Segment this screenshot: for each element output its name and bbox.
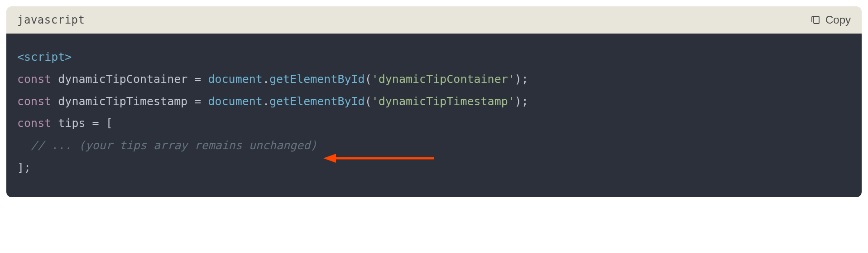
- token-object: document: [201, 73, 262, 86]
- token-identifier: dynamicTipContainer: [51, 73, 194, 86]
- token-method: getElementById: [269, 95, 365, 108]
- token-bracket: ];: [17, 161, 31, 174]
- token-comment: // ... (your tips array remains unchange…: [17, 139, 317, 152]
- code-line-2: const dynamicTipContainer = document.get…: [17, 68, 851, 91]
- token-punct: ;: [522, 73, 528, 86]
- copy-button[interactable]: Copy: [810, 14, 851, 26]
- token-identifier: dynamicTipTimestamp: [51, 95, 194, 108]
- code-block: javascript Copy <script> const dynamicTi…: [6, 6, 862, 197]
- token-punct: (: [365, 95, 372, 108]
- code-body: <script> const dynamicTipContainer = doc…: [6, 34, 862, 197]
- copy-button-label: Copy: [825, 14, 851, 26]
- token-keyword: const: [17, 117, 51, 130]
- token-keyword: const: [17, 95, 51, 108]
- token-punct: ): [515, 73, 522, 86]
- token-punct: ): [515, 95, 522, 108]
- code-line-3: const dynamicTipTimestamp = document.get…: [17, 91, 851, 113]
- code-line-1: <script>: [17, 46, 851, 68]
- token-keyword: const: [17, 73, 51, 86]
- arrow-left-icon: [323, 151, 436, 165]
- token-identifier: tips: [51, 117, 92, 130]
- token-string: 'dynamicTipContainer': [372, 73, 515, 86]
- token-object: document: [201, 95, 262, 108]
- token-operator: =: [194, 95, 201, 108]
- svg-rect-0: [814, 16, 819, 24]
- clipboard-icon: [810, 15, 821, 25]
- token-method: getElementById: [269, 73, 365, 86]
- svg-marker-2: [323, 154, 336, 163]
- token-operator: =: [194, 73, 201, 86]
- token-string: 'dynamicTipTimestamp': [372, 95, 515, 108]
- token-operator: =: [92, 117, 99, 130]
- token-punct: (: [365, 73, 372, 86]
- token-punct: .: [263, 95, 269, 108]
- arrow-annotation: [323, 151, 436, 165]
- token-bracket: [: [99, 117, 113, 130]
- code-header: javascript Copy: [6, 6, 862, 34]
- code-line-4: const tips = [: [17, 112, 851, 135]
- token-punct: .: [263, 73, 269, 86]
- token-punct: ;: [522, 95, 528, 108]
- code-language-label: javascript: [17, 14, 85, 26]
- token-tag: <script>: [17, 50, 72, 63]
